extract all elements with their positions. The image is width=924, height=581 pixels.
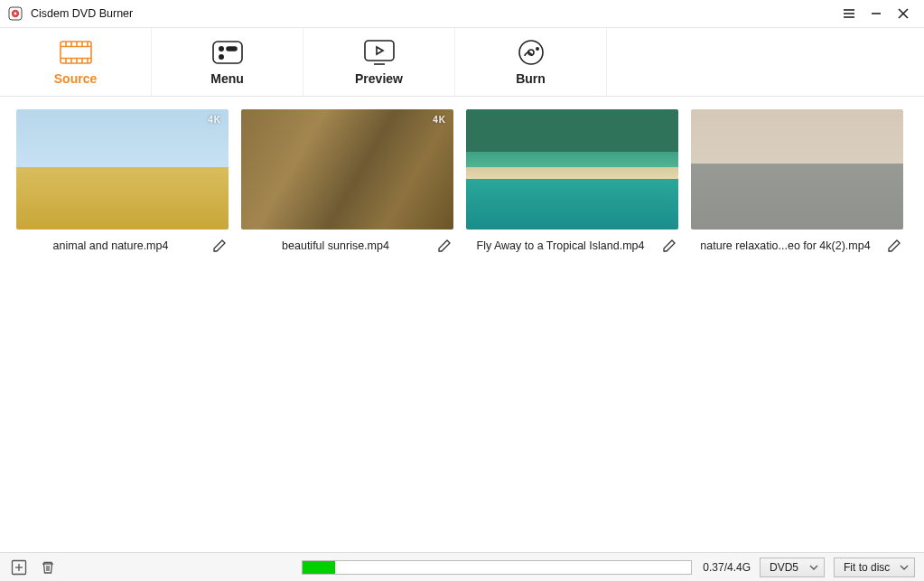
tab-label: Preview [355,71,403,86]
video-filename: nature relaxatio...eo for 4k(2).mp4 [691,239,880,252]
disc-type-dropdown[interactable]: DVD5 [760,558,825,577]
video-card[interactable]: 4K beautiful sunrise.mp4 [241,109,453,255]
tab-label: Menu [210,71,244,86]
video-card[interactable]: nature relaxatio...eo for 4k(2).mp4 [691,109,903,255]
svg-rect-22 [213,42,242,63]
video-thumbnail[interactable] [466,109,678,230]
filmstrip-icon [60,39,92,66]
edit-video-button[interactable] [660,237,678,255]
svg-rect-26 [365,41,394,61]
edit-video-button[interactable] [885,237,903,255]
svg-rect-9 [61,42,91,63]
add-video-button[interactable] [9,558,29,577]
main-tabs: Source Menu Preview [0,27,924,97]
delete-video-button[interactable] [38,558,58,577]
svg-point-2 [14,13,17,15]
resolution-badge: 4K [208,115,221,125]
chevron-down-icon [900,563,909,572]
app-icon [7,5,23,22]
disc-type-value: DVD5 [770,561,798,574]
chevron-down-icon [809,563,818,572]
capacity-text: 0.37/4.4G [703,561,751,574]
quality-dropdown[interactable]: Fit to disc [834,558,915,577]
tab-burn[interactable]: Burn [455,28,607,96]
video-filename: Fly Away to a Tropical Island.mp4 [466,239,655,252]
window-title: Cisdem DVD Burner [31,7,133,20]
capacity-fill [303,561,335,574]
menu-screen-icon [212,39,243,66]
edit-video-button[interactable] [210,237,229,255]
svg-point-23 [219,46,222,50]
tab-label: Source [54,71,97,86]
video-thumbnail[interactable]: 4K [241,109,453,230]
edit-video-button[interactable] [435,237,453,255]
minimize-button[interactable] [863,0,890,27]
video-card[interactable]: Fly Away to a Tropical Island.mp4 [466,109,678,255]
svg-rect-24 [227,47,237,51]
preview-monitor-icon [364,39,395,66]
tab-menu[interactable]: Menu [152,28,303,96]
video-filename: animal and nature.mp4 [16,239,205,252]
titlebar: Cisdem DVD Burner [0,0,924,27]
video-thumbnail[interactable]: 4K [16,109,229,230]
svg-point-29 [519,41,543,64]
video-thumbnail[interactable] [691,109,903,230]
video-grid-area: 4K animal and nature.mp4 4K beautiful su… [0,97,924,552]
tab-label: Burn [516,71,546,86]
svg-marker-27 [377,47,383,54]
capacity-progressbar [302,560,692,575]
tab-source[interactable]: Source [0,28,152,96]
bottom-toolbar: 0.37/4.4G DVD5 Fit to disc [0,552,924,581]
close-button[interactable] [890,0,917,27]
tab-preview[interactable]: Preview [303,28,455,96]
svg-point-25 [219,54,222,58]
quality-value: Fit to disc [844,561,890,574]
video-filename: beautiful sunrise.mp4 [241,239,430,252]
hamburger-menu-button[interactable] [835,0,863,27]
video-card[interactable]: 4K animal and nature.mp4 [16,109,229,255]
disc-burn-icon [518,39,545,66]
svg-point-31 [536,47,537,49]
resolution-badge: 4K [433,115,446,125]
